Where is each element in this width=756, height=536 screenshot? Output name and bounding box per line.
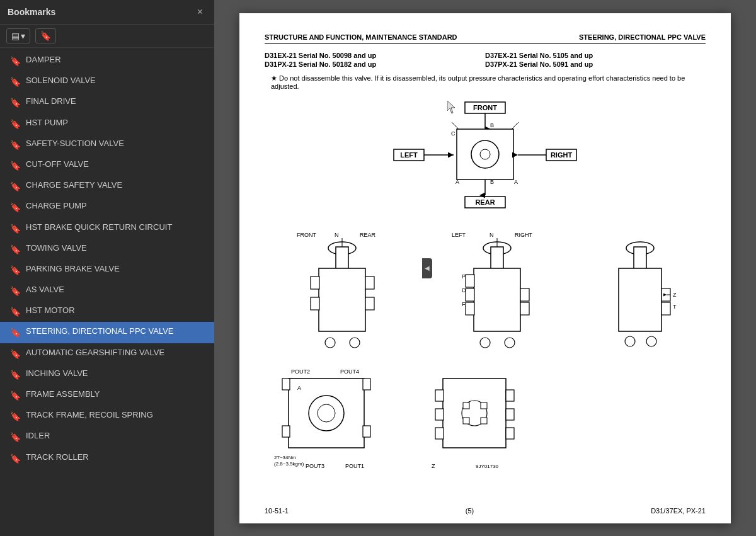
bottom-views-row: POUT2 POUT4 A 27~34Nm (2.8~3 (265, 366, 706, 476)
svg-line-21 (452, 122, 459, 129)
bookmark-item-inching-valve[interactable]: 🔖 INCHING VALVE (0, 364, 214, 385)
svg-rect-91 (481, 418, 487, 424)
bookmark-flag-icon: 🔖 (10, 390, 21, 401)
svg-rect-73 (363, 426, 370, 437)
svg-rect-70 (282, 379, 290, 390)
svg-rect-46 (466, 288, 474, 301)
third-view: Z T (595, 229, 686, 358)
bookmark-flag-icon: 🔖 (10, 306, 21, 317)
bookmark-item-parking-brake-valve[interactable]: 🔖 PARKING BRAKE VALVE (0, 259, 214, 280)
bookmark-item-as-valve[interactable]: 🔖 AS VALVE (0, 280, 214, 301)
svg-rect-27 (336, 247, 348, 269)
svg-rect-71 (363, 379, 370, 390)
bookmark-flag-icon: 🔖 (10, 202, 21, 213)
serial-d37px: D37PX-21 Serial No. 5091 and up (485, 60, 706, 68)
svg-text:FRONT: FRONT (297, 232, 316, 238)
svg-point-33 (325, 338, 335, 348)
bookmark-item-steering-directional-ppc[interactable]: 🔖 STEERING, DIRECTIONAL PPC VALVE (0, 322, 214, 343)
bookmark-flag-icon: 🔖 (10, 431, 21, 443)
bookmark-item-frame-assembly[interactable]: 🔖 FRAME ASSEMBLY (0, 385, 214, 406)
svg-text:B: B (490, 122, 494, 128)
svg-text:RIGHT: RIGHT (551, 151, 573, 159)
bookmark-item-damper[interactable]: 🔖 DAMPER (0, 50, 214, 71)
bookmark-label: DAMPER (26, 55, 61, 66)
bookmark-item-hst-brake-quick[interactable]: 🔖 HST BRAKE QUICK RETURN CIRCUIT (0, 218, 214, 239)
svg-rect-90 (463, 418, 469, 424)
doc-header-right: STEERING, DIRECTIONAL PPC VALVE (579, 33, 706, 41)
doc-header-left: STRUCTURE AND FUNCTION, MAINTENANCE STAN… (265, 33, 457, 41)
bookmark-flag-icon: 🔖 (10, 139, 21, 151)
serial-d37ex: D37EX-21 Serial No. 5105 and up (485, 52, 706, 59)
doc-header: STRUCTURE AND FUNCTION, MAINTENANCE STAN… (265, 33, 706, 44)
port-view-right: Z 9JY01730 (425, 366, 517, 476)
close-button[interactable]: × (193, 5, 207, 19)
top-view-svg: FRONT LEFT RIGHT (391, 99, 580, 222)
bookmark-flag-icon: 🔖 (10, 181, 21, 192)
svg-text:P: P (462, 273, 466, 280)
bookmark-label: TRACK ROLLER (26, 452, 89, 463)
bookmark-flag-icon: 🔖 (10, 285, 21, 297)
svg-rect-47 (520, 288, 529, 301)
bookmark-tool-button[interactable]: 🔖 (35, 28, 56, 43)
svg-rect-56 (634, 247, 646, 269)
bookmark-flag-icon: 🔖 (10, 411, 21, 422)
bookmark-label: CUT-OFF VALVE (26, 159, 89, 170)
bookmark-label: IDLER (26, 431, 50, 442)
bookmark-item-automatic-gearshifting[interactable]: 🔖 AUTOMATIC GEARSHIFTING VALVE (0, 343, 214, 364)
svg-rect-30 (365, 277, 374, 289)
bookmark-item-idler[interactable]: 🔖 IDLER (0, 426, 214, 447)
svg-text:RIGHT: RIGHT (515, 232, 533, 238)
svg-rect-41 (474, 268, 520, 331)
bookmark-label: FRAME ASSEMBLY (26, 389, 100, 400)
doc-footer: 10-51-1 (5) D31/37EX, PX-21 (265, 507, 706, 515)
serial-d31ex: D31EX-21 Serial No. 50098 and up (265, 52, 485, 59)
svg-point-52 (480, 338, 490, 348)
svg-rect-29 (311, 277, 319, 289)
bookmark-item-solenoid-valve[interactable]: 🔖 SOLENOID VALVE (0, 71, 214, 92)
svg-point-34 (350, 338, 360, 348)
svg-point-69 (318, 404, 335, 422)
bookmark-flag-icon: 🔖 (10, 160, 21, 171)
serial-d31px: D31PX-21 Serial No. 50182 and up (265, 60, 485, 68)
bookmark-item-final-drive[interactable]: 🔖 FINAL DRIVE (0, 92, 214, 113)
svg-text:POUT1: POUT1 (345, 463, 364, 469)
svg-text:Z: Z (673, 292, 677, 298)
bookmark-item-charge-safety-valve[interactable]: 🔖 CHARGE SAFETY VALVE (0, 176, 214, 197)
svg-rect-86 (506, 428, 514, 439)
bookmark-item-towing-valve[interactable]: 🔖 TOWING VALVE (0, 239, 214, 259)
bookmark-item-hst-motor[interactable]: 🔖 HST MOTOR (0, 301, 214, 322)
svg-text:REAR: REAR (360, 232, 376, 238)
bookmark-label: INCHING VALVE (26, 368, 88, 379)
bookmark-label: SAFETY-SUCTION VALVE (26, 139, 124, 149)
bookmark-label: CHARGE PUMP (26, 201, 87, 212)
bookmark-item-hst-pump[interactable]: 🔖 HST PUMP (0, 113, 214, 134)
bookmark-label: SOLENOID VALVE (26, 76, 96, 86)
bookmark-list[interactable]: 🔖 DAMPER 🔖 SOLENOID VALVE 🔖 FINAL DRIVE … (0, 48, 214, 536)
svg-text:LEFT: LEFT (452, 232, 466, 238)
bookmark-item-cut-off-valve[interactable]: 🔖 CUT-OFF VALVE (0, 155, 214, 176)
bookmark-label: TRACK FRAME, RECOIL SPRING (26, 410, 153, 421)
bookmark-item-safety-suction-valve[interactable]: 🔖 SAFETY-SUCTION VALVE (0, 134, 214, 155)
svg-rect-83 (435, 428, 444, 439)
svg-rect-32 (365, 297, 374, 310)
svg-text:POUT4: POUT4 (340, 368, 359, 375)
bookmark-flag-icon: 🔖 (10, 348, 21, 360)
svg-text:A: A (297, 385, 301, 391)
list-view-button[interactable]: ▤ ▾ (6, 28, 30, 43)
svg-text:F: F (462, 301, 466, 307)
front-rear-view: FRONT N REAR (284, 229, 401, 358)
list-icon: ▤ (11, 31, 20, 41)
bookmark-flag-icon: 🔖 (10, 55, 21, 67)
svg-text:POUT2: POUT2 (291, 368, 310, 375)
collapse-panel-button[interactable]: ◀ (422, 258, 432, 278)
bookmark-item-track-frame-recoil[interactable]: 🔖 TRACK FRAME, RECOIL SPRING (0, 406, 214, 426)
svg-rect-43 (466, 275, 474, 287)
bookmark-item-track-roller[interactable]: 🔖 TRACK ROLLER (0, 448, 214, 469)
svg-rect-31 (311, 297, 319, 310)
document-page: STRUCTURE AND FUNCTION, MAINTENANCE STAN… (239, 13, 731, 523)
svg-text:LEFT: LEFT (400, 151, 418, 159)
svg-point-6 (480, 149, 490, 159)
bookmark-item-charge-pump[interactable]: 🔖 CHARGE PUMP (0, 197, 214, 217)
svg-text:N: N (490, 232, 494, 238)
doc-diagram: FRONT LEFT RIGHT (265, 99, 706, 476)
